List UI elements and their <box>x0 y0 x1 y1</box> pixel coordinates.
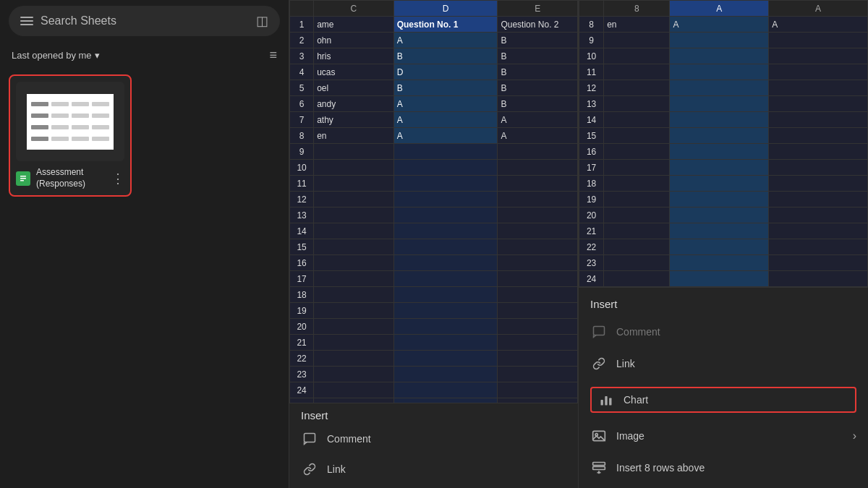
cell-e[interactable]: B <box>498 64 578 80</box>
cell-col-a1[interactable] <box>670 176 769 192</box>
cell-d[interactable] <box>393 192 498 207</box>
cell-d[interactable] <box>393 207 498 223</box>
more-options-button[interactable]: ⋮ <box>111 171 124 187</box>
file-card[interactable]: Assessment (Responses) ⋮ <box>9 74 132 197</box>
cell-e[interactable]: B <box>498 33 578 48</box>
cell-c[interactable] <box>314 255 394 271</box>
cell-e[interactable] <box>498 287 578 303</box>
cell-c[interactable] <box>314 271 394 287</box>
cell-d[interactable]: B <box>393 48 498 64</box>
cell-c[interactable] <box>314 287 394 303</box>
cell-e[interactable] <box>498 319 578 335</box>
cell-d[interactable] <box>393 367 498 382</box>
cell-d[interactable] <box>393 271 498 287</box>
cell-d[interactable]: A <box>393 128 498 144</box>
cell-col-a2[interactable] <box>769 223 868 239</box>
cell-col-a2[interactable] <box>769 271 868 287</box>
cell-c[interactable] <box>314 144 394 160</box>
cell-col-a2[interactable] <box>769 33 868 48</box>
cell-col8[interactable] <box>604 112 670 128</box>
sort-label[interactable]: Last opened by me ▾ <box>12 50 100 61</box>
cell-col-a2[interactable] <box>769 64 868 80</box>
cell-c[interactable] <box>314 207 394 223</box>
cell-col8[interactable] <box>604 128 670 144</box>
cell-col-a1[interactable] <box>670 239 769 255</box>
cell-e[interactable] <box>498 271 578 287</box>
cell-col-a2[interactable] <box>769 96 868 112</box>
cell-c[interactable]: andy <box>314 96 394 112</box>
cell-e[interactable]: B <box>498 80 578 96</box>
cell-col-a2[interactable] <box>769 128 868 144</box>
cell-col-a1[interactable] <box>670 192 769 207</box>
right-col-header-a2[interactable]: A <box>769 1 868 17</box>
cell-col8[interactable] <box>604 144 670 160</box>
cell-col-a2[interactable] <box>769 207 868 223</box>
cell-e[interactable]: Question No. 2 <box>498 17 578 33</box>
cell-col-a2[interactable] <box>769 144 868 160</box>
cell-col-a1[interactable] <box>670 144 769 160</box>
cell-col8[interactable] <box>604 239 670 255</box>
cell-col8[interactable] <box>604 96 670 112</box>
cell-c[interactable] <box>314 303 394 319</box>
cell-c[interactable] <box>314 382 394 398</box>
cell-c[interactable] <box>314 335 394 351</box>
cell-col-a1[interactable] <box>670 33 769 48</box>
cell-e[interactable]: A <box>498 128 578 144</box>
insert-comment-item[interactable]: Comment <box>301 426 566 452</box>
right-insert-image-item[interactable]: Image › <box>590 421 856 450</box>
cell-c[interactable] <box>314 239 394 255</box>
cell-e[interactable]: A <box>498 112 578 128</box>
cell-c[interactable] <box>314 351 394 367</box>
cell-d[interactable] <box>393 255 498 271</box>
cell-e[interactable]: B <box>498 96 578 112</box>
cell-e[interactable] <box>498 192 578 207</box>
cell-d[interactable]: B <box>393 80 498 96</box>
cell-col-a1[interactable] <box>670 207 769 223</box>
cell-e[interactable] <box>498 239 578 255</box>
cell-col-a2[interactable] <box>769 80 868 96</box>
cell-e[interactable] <box>498 223 578 239</box>
search-bar[interactable]: Search Sheets ◫ <box>9 6 280 36</box>
cell-c[interactable]: ucas <box>314 64 394 80</box>
cell-d[interactable] <box>393 319 498 335</box>
cell-c[interactable]: ohn <box>314 33 394 48</box>
right-insert-rows-item[interactable]: Insert 8 rows above <box>590 453 856 482</box>
cell-e[interactable] <box>498 367 578 382</box>
cell-col8[interactable] <box>604 80 670 96</box>
cell-col-a2[interactable] <box>769 192 868 207</box>
cell-d[interactable]: D <box>393 64 498 80</box>
cell-d[interactable] <box>393 287 498 303</box>
cell-col8[interactable] <box>604 192 670 207</box>
cell-c[interactable] <box>314 367 394 382</box>
cell-c[interactable] <box>314 319 394 335</box>
cell-col8[interactable] <box>604 160 670 176</box>
cell-d[interactable]: A <box>393 112 498 128</box>
cell-d[interactable] <box>393 176 498 192</box>
cell-e[interactable] <box>498 255 578 271</box>
cell-d[interactable] <box>393 239 498 255</box>
cell-d[interactable]: A <box>393 33 498 48</box>
grid-view-icon[interactable]: ◫ <box>256 13 268 29</box>
list-view-icon[interactable]: ≡ <box>269 48 277 63</box>
cell-e[interactable] <box>498 351 578 367</box>
cell-c[interactable] <box>314 398 394 403</box>
cell-d[interactable] <box>393 144 498 160</box>
cell-col-a1[interactable] <box>670 96 769 112</box>
cell-c[interactable]: ame <box>314 17 394 33</box>
cell-e[interactable] <box>498 335 578 351</box>
cell-col-a2[interactable] <box>769 239 868 255</box>
cell-col-a1[interactable] <box>670 48 769 64</box>
insert-link-item[interactable]: Link <box>301 456 566 482</box>
cell-col-a1[interactable] <box>670 112 769 128</box>
cell-col-a2[interactable] <box>769 160 868 176</box>
cell-e[interactable] <box>498 303 578 319</box>
cell-col-a1[interactable] <box>670 128 769 144</box>
cell-d[interactable] <box>393 223 498 239</box>
cell-col-a1[interactable] <box>670 223 769 239</box>
cell-d[interactable]: A <box>393 96 498 112</box>
cell-col-a2[interactable] <box>769 176 868 192</box>
cell-c[interactable]: hris <box>314 48 394 64</box>
cell-e[interactable] <box>498 398 578 403</box>
search-input[interactable]: Search Sheets <box>41 14 249 27</box>
cell-col-a2[interactable] <box>769 48 868 64</box>
